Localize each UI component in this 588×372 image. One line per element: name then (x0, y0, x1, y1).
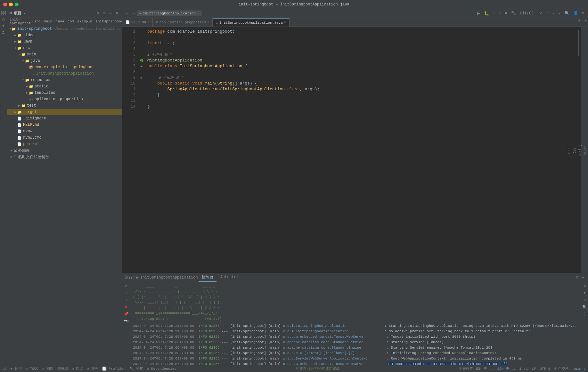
more-icon[interactable]: ⋮ (582, 311, 588, 317)
pin-button[interactable]: 📌 (123, 311, 129, 317)
tree-item-help-md[interactable]: ▶ 📄 HELP.md (7, 122, 122, 128)
bottom-settings-icon[interactable]: ⚙ (575, 275, 580, 280)
tree-item-target[interactable]: ▶ 📁 target (7, 109, 122, 115)
deps-footer[interactable]: ⊞ Dependencies (147, 367, 176, 371)
tree-item-static[interactable]: ▶ 📁 static (7, 83, 122, 90)
forward-btn[interactable]: → (131, 11, 136, 16)
window-controls[interactable] (3, 3, 19, 6)
tree-item-src[interactable]: ▾ 📁 src (7, 45, 122, 51)
coverage-button[interactable]: ☂ (498, 10, 502, 16)
back-btn[interactable]: ← (125, 11, 130, 16)
tab-console[interactable]: 控制台 (199, 273, 216, 282)
tree-item-mvnw[interactable]: ▶ 📄 mvnw (7, 128, 122, 134)
tree-item-scratch[interactable]: ▶ 🗒 临时文件和控制台 (7, 154, 122, 160)
problems-footer[interactable]: ⚠ 问题 (42, 366, 53, 371)
tab-app-props[interactable]: ⚙ application.properties × (153, 18, 213, 27)
restart-button[interactable]: ↺ (123, 283, 129, 289)
tab-help-label: HELP.md (131, 20, 146, 24)
code-line-12 (147, 98, 574, 104)
user-icon[interactable]: 👤 (572, 10, 579, 16)
services-footer[interactable]: ⚙ 服务 (87, 366, 98, 371)
structure-icon[interactable]: ≣ (1, 29, 6, 35)
commit-icon[interactable]: ↑ (545, 11, 550, 16)
run-icon-9[interactable]: ▶ (138, 75, 145, 81)
dropdown-icon[interactable]: ▾ (23, 11, 26, 15)
tree-item-pom-xml[interactable]: ▶ 📄 pom.xml (7, 141, 122, 147)
git-side-label[interactable]: Git (572, 146, 577, 155)
tree-item-root[interactable]: ▾ 📁 init-springboot ~/Documents/code/cod… (7, 26, 122, 32)
tree-item-mvnw-cmd[interactable]: ▶ 📄 mvnw.cmd (7, 134, 122, 141)
settings-icon[interactable]: ⚙ (95, 11, 100, 16)
settings-button[interactable]: ⚙ (581, 10, 585, 16)
checkmark-icon[interactable]: ✓ (539, 10, 543, 16)
wrap-icon[interactable]: ≡ (582, 283, 588, 289)
tree-item-templates[interactable]: ▶ 📁 templates (7, 90, 122, 96)
todo-label[interactable]: TODO (567, 145, 572, 156)
stop-run-button[interactable]: ■ (123, 304, 129, 310)
breakpoints-footer[interactable]: ⊙ 端点 (72, 366, 83, 371)
push-icon[interactable]: ↗ (551, 10, 556, 16)
diff-footer[interactable]: 差继编 (57, 366, 68, 371)
run-button[interactable]: ▶ (476, 10, 481, 17)
tree-item-com-example[interactable]: ▾ 📦 com.example.initspringboot (7, 64, 122, 70)
expand-icon[interactable]: — (108, 11, 113, 16)
debug-button[interactable]: 🐛 (483, 10, 490, 17)
minimize-button[interactable] (9, 3, 13, 6)
tree-item-mvn[interactable]: ▶ 📁 .mvn (7, 38, 122, 45)
tab-bookmark-icon[interactable]: ⚑ (583, 18, 588, 27)
todo-footer[interactable]: ≡ TODO (26, 367, 38, 371)
scroll-up-btn[interactable]: ↑ (123, 290, 129, 296)
jdk-link[interactable]: JDK 更... (497, 366, 515, 371)
stop-button[interactable]: ■ (504, 11, 509, 16)
bookmark-icon[interactable]: ⚑ (1, 23, 6, 29)
build-footer[interactable]: 🔨 构建 (129, 366, 143, 371)
spring-label[interactable]: Spring (578, 143, 583, 158)
maven-label[interactable]: Maven (583, 144, 588, 157)
branch-indicator[interactable]: main ↓ (573, 367, 585, 371)
clear-icon[interactable]: ⊗ (582, 297, 588, 303)
tree-item-test[interactable]: ▶ 📁 test (7, 102, 122, 109)
profile-button[interactable]: ⚡ (492, 10, 496, 16)
tree-item-main[interactable]: ▾ 📁 main (7, 51, 122, 58)
commit-icon[interactable]: ⬡ (1, 17, 6, 22)
tab-actuator[interactable]: Actuator (217, 274, 242, 281)
run-config-selector[interactable]: ▶ InitSpringbootApplication ▾ (137, 11, 201, 16)
code-editor[interactable]: package com.example.initspringboot; impo… (145, 27, 576, 273)
maximize-button[interactable] (15, 3, 19, 6)
tree-item-gitignore[interactable]: ▶ 📄 .gitignore (7, 115, 122, 122)
tree-item-external-libs[interactable]: ▶ 🏛 外部库 (7, 147, 122, 154)
run-icon-7[interactable]: ▶ (138, 63, 145, 69)
minimize-icon[interactable]: × (114, 11, 119, 16)
tree-item-resources[interactable]: ▾ 📁 resources (7, 77, 122, 83)
search-console-icon[interactable]: 🔍 (582, 304, 588, 310)
tab-close-help[interactable]: × (147, 20, 149, 24)
ascii-line-1: . ____ _ __ _ _ (133, 284, 578, 289)
tab-help-md[interactable]: 📄 HELP.md × (122, 18, 153, 27)
build-button[interactable]: 🔨 (510, 10, 517, 16)
git-footer-icon[interactable]: ⎇ (3, 367, 7, 371)
scroll-down-btn[interactable]: ↓ (123, 297, 129, 303)
profiler-footer[interactable]: 📈 Profiler (102, 367, 126, 371)
project-icon[interactable] (1, 10, 6, 16)
gear-icon[interactable]: ≡ (102, 11, 107, 16)
tab-close-app-props[interactable]: × (207, 20, 209, 24)
pull-icon[interactable]: ↙ (557, 10, 562, 16)
log-line-5: 2024-04-24T09:47:28.664+08:00 INFO 62356… (133, 345, 578, 350)
filter-icon[interactable]: ▼ (582, 290, 588, 296)
search-button[interactable]: 🔍 (563, 10, 571, 16)
tree-item-init-app[interactable]: ▶ ☕ InitSpringbootApplication (7, 70, 122, 77)
run-footer[interactable]: ▶ 运行 (11, 366, 22, 371)
tab-close-java[interactable]: × (284, 21, 286, 24)
tree-item-java[interactable]: ▾ 📁 java (7, 58, 122, 64)
encoding-indicator: UTF-8 (540, 367, 550, 371)
tree-item-app-props[interactable]: ▶ ⚙ application.properties (7, 96, 122, 102)
camera-button[interactable]: 📷 (123, 318, 129, 324)
tree-item-idea[interactable]: ▶ 📁 .idea (7, 32, 122, 38)
main-layout: ⬡ ⚑ ≣ ⊞ 项目 ▾ ⚙ ≡ — × init-springboot › s… (0, 9, 588, 372)
inspecting-text: 正在检查 JDK 更... (459, 366, 494, 371)
tab-main-java[interactable]: ☕ InitSpringbootApplication.java × (213, 18, 290, 27)
console-toolbar: ↺ ↑ ↓ ■ 📌 📷 . ____ _ __ _ _ /\\ / ___'_ … (122, 282, 588, 372)
bottom-close-icon[interactable]: — (580, 275, 585, 280)
tab-settings-icon[interactable]: ≡ (577, 18, 582, 27)
close-button[interactable] (3, 3, 7, 6)
